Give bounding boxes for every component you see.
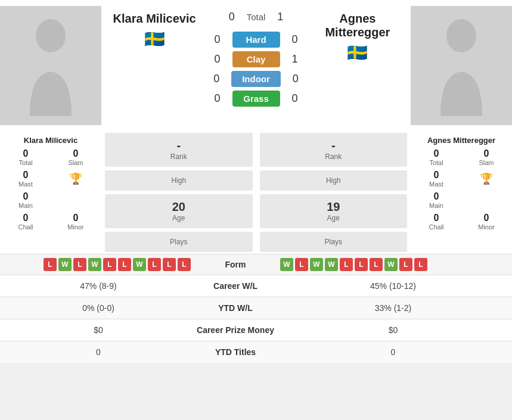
right-chall-label: Chall: [429, 223, 443, 231]
surface-right-val: 0: [286, 92, 304, 105]
right-main-cell: 0 Main: [414, 191, 459, 209]
surface-row-indoor: 0 Indoor 0: [207, 71, 305, 87]
total-row: 0 Total 1: [223, 11, 290, 23]
total-label: Total: [247, 12, 266, 22]
left-trophy-icon: 🏆: [69, 172, 82, 185]
right-minor-label: Minor: [478, 223, 495, 231]
left-form-badge: L: [44, 258, 57, 271]
surface-left-val: 0: [209, 92, 226, 105]
bottom-stats-container: 47% (8-9) Career W/L 45% (10-12) 0% (0-0…: [0, 275, 512, 363]
left-plays-box: Plays: [105, 232, 253, 252]
right-player-flag: 🇸🇪: [347, 43, 368, 63]
form-row: LWLWLLWLLL Form WLWWLLLWLL: [0, 254, 512, 275]
career-wl-right: 45% (10-12): [274, 281, 512, 291]
left-main-num: 0: [23, 191, 29, 202]
right-mast-num: 0: [434, 170, 439, 181]
left-age-label: Age: [108, 214, 249, 222]
main-container: Klara Milicevic 🇸🇪 0 Total 1 0 Hard 0 0 …: [0, 0, 512, 363]
surface-right-val: 0: [287, 73, 305, 85]
ytd-wl-right: 33% (1-2): [274, 303, 512, 313]
right-form-badge: W: [384, 258, 398, 271]
career-wl-row: 47% (8-9) Career W/L 45% (10-12): [0, 275, 512, 297]
left-age-val: 20: [108, 200, 249, 214]
surface-row-clay: 0 Clay 1: [207, 51, 305, 67]
right-player-name-header: Agnes Mitteregger: [308, 12, 408, 39]
ytd-titles-right: 0: [274, 347, 512, 357]
right-stats-grid: 0 Total 0 Slam 0 Mast 🏆 0 Main: [411, 148, 512, 233]
left-silhouette-icon: [21, 15, 80, 116]
right-total-num: 0: [434, 148, 439, 159]
left-form-badge: W: [133, 258, 146, 271]
center-stats: 0 Total 1 0 Hard 0 0 Clay 1 0 Indoor 0 0…: [207, 6, 305, 125]
right-main-label: Main: [429, 202, 443, 209]
career-wl-label: Career W/L: [197, 281, 274, 291]
left-form-badge: L: [148, 258, 161, 271]
left-total-label: Total: [18, 159, 32, 166]
total-left-val: 0: [223, 11, 241, 23]
left-age-box: 20 Age: [105, 194, 253, 228]
left-form-badge: L: [103, 258, 116, 271]
surface-row-grass: 0 Grass 0: [207, 91, 305, 107]
right-player-name-sub: Agnes Mitteregger: [427, 136, 495, 145]
right-rank-box: - Rank: [260, 133, 408, 167]
left-player-name-sub: Klara Milicevic: [24, 136, 77, 145]
right-chall-cell: 0 Chall: [414, 213, 459, 231]
right-total-cell: 0 Total: [414, 148, 459, 166]
total-right-val: 1: [271, 11, 289, 23]
left-rank-val: -: [108, 139, 249, 153]
left-slam-num: 0: [73, 148, 79, 159]
surface-badge-indoor: Indoor: [231, 71, 281, 87]
ytd-titles-label: YTD Titles: [197, 347, 274, 357]
left-high-label: High: [108, 176, 249, 185]
right-form-badges: WLWWLLLWLL: [274, 258, 512, 271]
right-player-photo: [411, 6, 512, 125]
right-slam-label: Slam: [479, 159, 494, 166]
surface-right-val: 1: [286, 53, 304, 66]
right-age-label: Age: [263, 214, 404, 222]
right-mast-cell: 0 Mast: [414, 170, 459, 188]
left-main-label: Main: [18, 202, 33, 209]
right-form-badge: L: [295, 258, 308, 271]
surface-row-hard: 0 Hard 0: [207, 32, 305, 48]
prize-row: $0 Career Prize Money $0: [0, 319, 512, 341]
right-rank-label: Rank: [263, 153, 404, 161]
left-slam-label: Slam: [68, 159, 83, 166]
right-main-num: 0: [434, 191, 439, 202]
left-slam-cell: 0 Slam: [53, 148, 98, 166]
prize-label: Career Prize Money: [197, 325, 274, 335]
surface-left-val: 0: [209, 33, 226, 46]
surface-right-val: 0: [286, 33, 304, 46]
right-trophy-icon: 🏆: [480, 172, 493, 185]
right-form-badge: L: [355, 258, 368, 271]
left-chall-cell: 0 Chall: [3, 213, 48, 231]
left-minor-cell: 0 Minor: [53, 213, 98, 231]
header-row: Klara Milicevic 🇸🇪 0 Total 1 0 Hard 0 0 …: [0, 0, 512, 131]
left-form-badge: L: [163, 258, 176, 271]
right-age-box: 19 Age: [260, 194, 408, 228]
left-total-num: 0: [23, 148, 29, 159]
left-form-badge: W: [88, 258, 101, 271]
right-mast-label: Mast: [429, 181, 443, 188]
surface-badge-hard: Hard: [232, 32, 280, 48]
right-player-stats: Agnes Mitteregger 0 Total 0 Slam 0 Mast …: [411, 131, 512, 254]
left-main-cell: 0 Main: [3, 191, 48, 209]
right-form-badge: W: [280, 258, 293, 271]
prize-left: $0: [0, 325, 197, 335]
left-form-badge: L: [178, 258, 191, 271]
right-trophy-cell: 🏆: [464, 170, 509, 188]
left-rank-label: Rank: [108, 153, 249, 161]
right-form-badge: W: [310, 258, 323, 271]
left-minor-label: Minor: [67, 223, 84, 231]
left-form-badge: L: [118, 258, 131, 271]
left-form-badge: W: [58, 258, 72, 271]
right-center-col: - Rank High 19 Age Plays: [256, 131, 411, 254]
left-chall-num: 0: [23, 213, 29, 223]
right-form-badge: W: [325, 258, 338, 271]
right-total-label: Total: [429, 159, 443, 166]
right-minor-num: 0: [484, 213, 489, 223]
right-form-badge: L: [370, 258, 383, 271]
form-label: Form: [197, 260, 274, 269]
left-mast-num: 0: [23, 170, 29, 181]
left-mast-cell: 0 Mast: [3, 170, 48, 188]
right-high-box: High: [260, 170, 408, 191]
